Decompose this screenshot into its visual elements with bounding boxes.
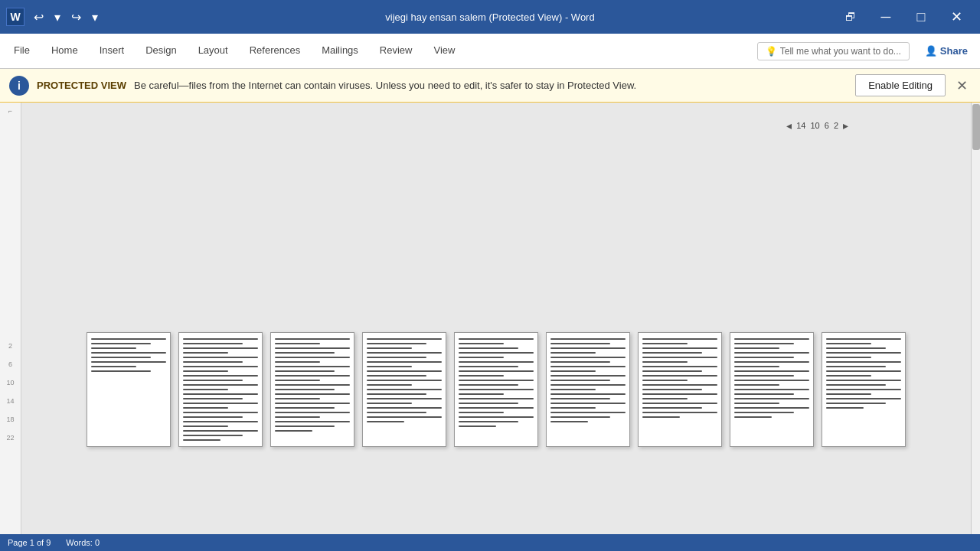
page-line (826, 361, 901, 363)
page-line (550, 357, 626, 358)
page-line (642, 370, 702, 372)
page-line (642, 398, 688, 399)
close-button[interactable]: ✕ (939, 0, 974, 34)
page-line (550, 407, 596, 409)
page-line (642, 361, 688, 363)
tab-review[interactable]: Review (369, 34, 423, 69)
page-line (550, 370, 596, 372)
page-line (734, 407, 809, 409)
page-line (550, 403, 626, 404)
page-line (183, 357, 258, 358)
page-3 (270, 332, 354, 447)
page-line (459, 352, 534, 354)
word-app-icon: W (6, 8, 24, 26)
page-line (734, 357, 794, 358)
page-line (275, 375, 350, 377)
tab-view[interactable]: View (423, 34, 466, 69)
tab-layout[interactable]: Layout (188, 34, 239, 69)
margin-num-2: 2 (6, 337, 14, 355)
page-line (826, 407, 864, 409)
page-line (183, 393, 258, 395)
page-line (459, 338, 534, 340)
share-icon: 👤 (925, 45, 937, 57)
page-line (183, 416, 243, 418)
page-line (550, 352, 596, 354)
tab-file[interactable]: File (3, 34, 41, 69)
enable-editing-button[interactable]: Enable Editing (855, 74, 946, 96)
page-line (550, 338, 626, 340)
page-line (183, 380, 243, 381)
page-line (183, 384, 258, 386)
share-button[interactable]: 👤 Share (916, 41, 977, 60)
page-line (459, 370, 534, 372)
page-line (183, 370, 228, 372)
page-line (826, 352, 901, 354)
word-count: Words: 0 (66, 538, 100, 547)
page-line (734, 384, 779, 386)
tab-mailings[interactable]: Mailings (311, 34, 369, 69)
page-line (459, 403, 518, 404)
undo-redo-group: ↩ ▾ ↪ ▾ (29, 7, 103, 28)
page-line (550, 412, 626, 413)
protected-view-bar: i PROTECTED VIEW Be careful—files from t… (0, 69, 980, 103)
page-line (826, 398, 901, 399)
undo-dropdown[interactable]: ▾ (50, 7, 65, 28)
page-line (91, 357, 151, 358)
page-line (550, 398, 610, 399)
page-line (367, 366, 412, 367)
page-line (826, 347, 886, 349)
page-line (459, 421, 518, 422)
undo-button[interactable]: ↩ (29, 7, 48, 28)
vertical-scrollbar[interactable] (971, 103, 980, 534)
page-line (550, 375, 626, 377)
tell-me-search[interactable]: 💡 Tell me what you want to do... (757, 42, 910, 60)
page-line (91, 361, 166, 363)
maximize-button[interactable]: □ (903, 0, 939, 34)
page-line (734, 416, 772, 418)
page-line (459, 347, 518, 349)
page-line (275, 398, 320, 399)
page-line (183, 430, 258, 432)
restore-window-button[interactable]: 🗗 (833, 0, 868, 34)
page-line (183, 389, 228, 390)
page-line (734, 347, 779, 349)
tab-references[interactable]: References (239, 34, 311, 69)
page-line (275, 347, 350, 349)
page-line (183, 398, 243, 399)
page-line (183, 375, 258, 377)
page-line (642, 416, 680, 418)
page-line (734, 398, 809, 399)
page-line (826, 357, 871, 358)
page-line (550, 389, 596, 390)
minimize-button[interactable]: ─ (868, 0, 903, 34)
page-line (550, 347, 626, 349)
page-line (642, 407, 702, 409)
redo-button[interactable]: ↪ (67, 7, 86, 28)
page-line (734, 389, 809, 390)
ruler-arrow-right: ▸ (843, 119, 848, 132)
scroll-thumb[interactable] (972, 104, 980, 150)
page-line (183, 439, 220, 441)
top-ruler: ◂ 14 10 6 2 ▸ (21, 118, 971, 133)
ruler-val-6: 6 (825, 121, 829, 130)
protected-view-icon: i (9, 76, 29, 96)
pages-strip (71, 332, 921, 447)
qat-dropdown[interactable]: ▾ (87, 7, 103, 28)
page-line (459, 343, 504, 344)
page-line (275, 380, 320, 381)
page-line (642, 375, 717, 377)
page-line (642, 352, 702, 354)
page-line (275, 366, 350, 367)
page-line (550, 393, 626, 395)
tab-home[interactable]: Home (41, 34, 89, 69)
page-line (550, 366, 626, 367)
margin-num-22: 22 (6, 429, 14, 447)
page-line (826, 343, 871, 344)
page-line (367, 357, 426, 358)
protected-view-close-button[interactable]: ✕ (953, 77, 971, 94)
tab-insert[interactable]: Insert (89, 34, 136, 69)
tab-design[interactable]: Design (135, 34, 187, 69)
page-line (367, 393, 426, 395)
page-line (642, 412, 717, 413)
page-line (367, 352, 442, 354)
